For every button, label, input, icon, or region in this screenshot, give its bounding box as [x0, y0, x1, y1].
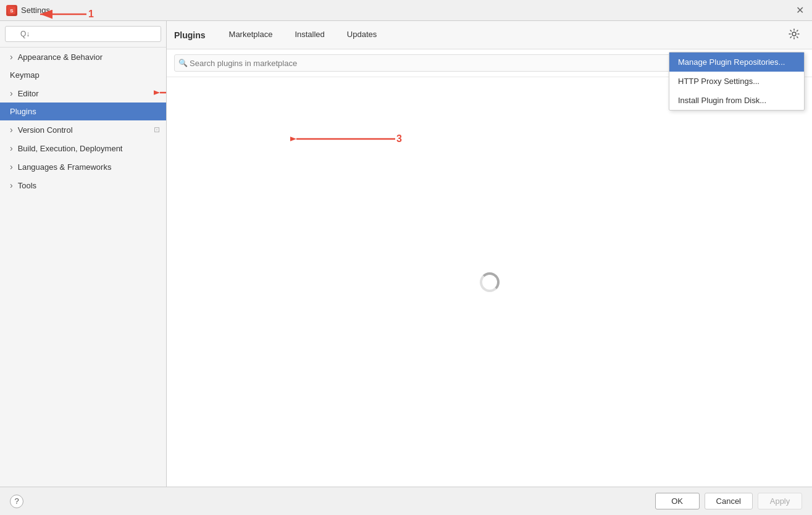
- title-bar: S Settings 1 ✕: [0, 0, 812, 21]
- sidebar-item-editor[interactable]: Editor 2: [0, 84, 166, 103]
- window-title: Settings: [21, 6, 50, 15]
- gear-container: Manage Plugin Repositories... HTTP Proxy…: [779, 23, 805, 47]
- cancel-button[interactable]: Cancel: [705, 493, 753, 509]
- svg-text:1: 1: [88, 9, 94, 19]
- tab-updates[interactable]: Updates: [336, 22, 388, 48]
- ok-button[interactable]: OK: [655, 493, 700, 509]
- title-bar-left: S Settings 1: [6, 5, 50, 16]
- content-area: Plugins Marketplace Installed Updates: [167, 21, 812, 487]
- sidebar-item-build[interactable]: Build, Execution, Deployment: [0, 139, 166, 157]
- tab-installed[interactable]: Installed: [283, 22, 335, 48]
- svg-point-8: [792, 32, 796, 36]
- sidebar-item-label: Version Control: [18, 125, 73, 135]
- sidebar: 🔍 Appearance & Behavior Keymap Editor 2: [0, 21, 167, 487]
- sidebar-item-label: Appearance & Behavior: [18, 52, 103, 62]
- sidebar-item-tools[interactable]: Tools: [0, 176, 166, 195]
- close-button[interactable]: ✕: [793, 4, 806, 17]
- sidebar-item-label: Languages & Frameworks: [18, 162, 112, 172]
- dropdown-item-http-proxy[interactable]: HTTP Proxy Settings...: [669, 72, 804, 91]
- dropdown-item-manage-repos[interactable]: Manage Plugin Repositories...: [669, 52, 804, 72]
- tabs: Marketplace Installed Updates: [218, 22, 779, 48]
- version-control-extra: ⊡: [154, 125, 160, 134]
- plugin-title: Plugins: [174, 30, 206, 40]
- loading-spinner: [480, 272, 500, 292]
- tab-marketplace[interactable]: Marketplace: [218, 22, 284, 48]
- search-box: 🔍: [0, 21, 166, 48]
- sidebar-item-label: Editor: [18, 89, 39, 98]
- sidebar-item-appearance[interactable]: Appearance & Behavior: [0, 48, 166, 66]
- sidebar-item-languages[interactable]: Languages & Frameworks: [0, 157, 166, 176]
- svg-text:S: S: [10, 8, 14, 14]
- sidebar-item-label: Plugins: [10, 107, 36, 116]
- sidebar-item-keymap[interactable]: Keymap: [0, 66, 166, 84]
- gear-button[interactable]: [784, 23, 805, 47]
- spinner-area: 3: [167, 77, 812, 487]
- dropdown-item-install-from-disk[interactable]: Install Plugin from Disk...: [669, 91, 804, 110]
- svg-text:3: 3: [396, 133, 402, 144]
- sidebar-item-label: Build, Execution, Deployment: [18, 144, 123, 153]
- help-button[interactable]: ?: [10, 495, 23, 508]
- sidebar-item-label: Keymap: [10, 70, 40, 80]
- gear-dropdown: Manage Plugin Repositories... HTTP Proxy…: [669, 52, 805, 111]
- bottom-bar: ? OK Cancel Apply: [0, 487, 812, 515]
- app-icon: S: [6, 5, 17, 16]
- plugin-header: Plugins Marketplace Installed Updates: [167, 21, 812, 49]
- bottom-right-buttons: OK Cancel Apply: [655, 493, 802, 509]
- sidebar-item-version-control[interactable]: Version Control ⊡: [0, 120, 166, 139]
- main-layout: 🔍 Appearance & Behavior Keymap Editor 2: [0, 21, 812, 487]
- apply-button[interactable]: Apply: [758, 493, 802, 509]
- sidebar-search-input[interactable]: [5, 26, 161, 42]
- sidebar-item-label: Tools: [18, 181, 36, 190]
- sidebar-item-plugins[interactable]: Plugins: [0, 103, 166, 120]
- search-wrap: 🔍: [5, 26, 161, 42]
